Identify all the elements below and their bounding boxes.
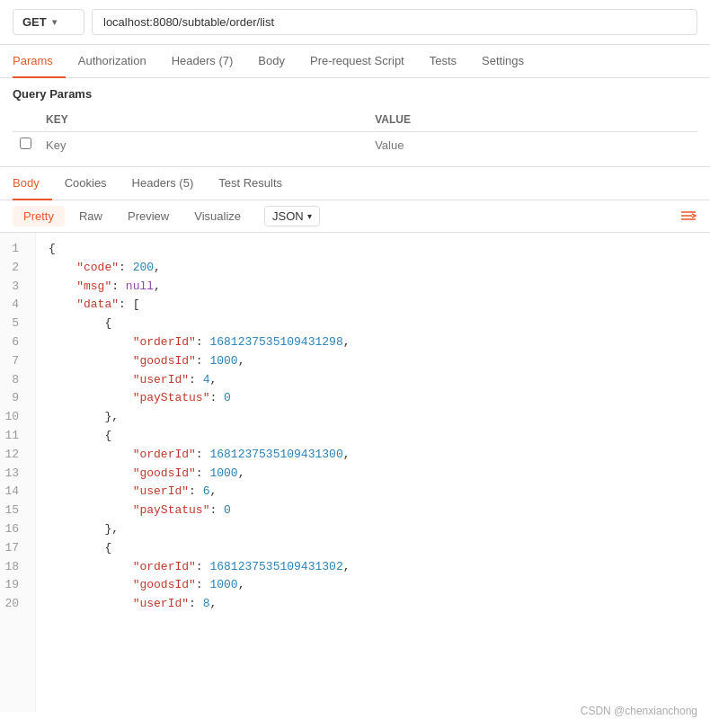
brace-token: { <box>49 242 56 255</box>
line-number: 7 <box>0 352 26 371</box>
tab-pre-request-script[interactable]: Pre-request Script <box>297 45 417 78</box>
indent-token <box>49 522 104 536</box>
plain-token: : <box>196 578 210 591</box>
line-number: 16 <box>0 520 26 539</box>
params-row <box>13 132 697 158</box>
plain-token: , <box>111 410 119 423</box>
code-line: { <box>49 427 697 446</box>
indent-token <box>49 597 133 610</box>
plain-token: : <box>119 297 133 311</box>
plain-token: , <box>343 560 351 573</box>
key-token: "userId" <box>133 373 189 386</box>
indent-token <box>49 560 133 573</box>
key-token: "userId" <box>133 484 189 498</box>
view-pretty-button[interactable]: Pretty <box>13 206 65 226</box>
code-line: { <box>49 240 697 259</box>
plain-token: , <box>209 484 217 498</box>
code-line: "goodsId": 1000, <box>49 465 697 484</box>
param-value-input[interactable] <box>375 138 690 152</box>
key-token: "orderId" <box>133 335 196 349</box>
code-line: "userId": 6, <box>49 483 697 502</box>
indent-token <box>49 391 133 404</box>
line-number: 18 <box>0 558 26 577</box>
code-lines: { "code": 200, "msg": null, "data": [ { … <box>36 233 710 712</box>
line-number: 19 <box>0 576 26 595</box>
line-number: 13 <box>0 465 26 484</box>
param-checkbox[interactable] <box>20 138 31 149</box>
code-line: "userId": 8, <box>49 595 697 614</box>
code-line: { <box>49 315 697 333</box>
key-token: "payStatus" <box>133 391 210 404</box>
param-key-input[interactable] <box>46 138 360 152</box>
json-content: 1234567891011121314151617181920 { "code"… <box>0 233 710 712</box>
key-token: "msg" <box>76 280 111 293</box>
indent-token <box>49 316 104 330</box>
view-preview-button[interactable]: Preview <box>117 206 180 226</box>
code-line: "orderId": 1681237535109431300, <box>49 446 697 465</box>
plain-token: : <box>196 448 210 461</box>
key-token: "goodsId" <box>133 466 196 480</box>
tab-authorization[interactable]: Authorization <box>66 45 159 78</box>
number-token: 1000 <box>209 466 237 480</box>
line-number: 4 <box>0 296 26 315</box>
number-token: 0 <box>224 391 231 404</box>
key-token: "orderId" <box>133 560 196 573</box>
code-line: "orderId": 1681237535109431298, <box>49 333 697 352</box>
plain-token: , <box>343 335 351 349</box>
plain-token: , <box>238 466 245 480</box>
key-token: "data" <box>76 297 119 311</box>
tab-cookies[interactable]: Cookies <box>52 167 120 200</box>
indent-token <box>49 484 133 498</box>
code-line: }, <box>49 408 697 427</box>
tab-tests[interactable]: Tests <box>417 45 469 78</box>
code-line: "orderId": 1681237535109431302, <box>49 558 697 577</box>
plain-token: : <box>196 335 210 349</box>
code-line: "msg": null, <box>49 278 697 297</box>
line-number: 6 <box>0 333 26 352</box>
value-column-header: VALUE <box>368 108 697 132</box>
tab-headers[interactable]: Headers (7) <box>159 45 246 78</box>
plain-token: : <box>189 597 203 610</box>
plain-token: : <box>196 560 210 573</box>
number-token: 1681237535109431300 <box>209 448 342 461</box>
plain-token: : <box>209 391 224 404</box>
key-token: "userId" <box>133 597 189 610</box>
indent-token <box>49 448 133 461</box>
line-number: 15 <box>0 502 26 520</box>
line-number: 11 <box>0 427 26 446</box>
brace-token: { <box>104 316 111 330</box>
line-number: 2 <box>0 259 26 278</box>
plain-token: , <box>238 578 245 591</box>
line-number: 20 <box>0 595 26 614</box>
indent-token <box>49 297 76 311</box>
tab-settings[interactable]: Settings <box>469 45 537 78</box>
method-label: GET <box>22 15 47 29</box>
line-number: 3 <box>0 278 26 297</box>
line-numbers: 1234567891011121314151617181920 <box>0 233 36 712</box>
number-token: 1000 <box>209 354 237 368</box>
format-dropdown[interactable]: JSON ▾ <box>264 206 320 226</box>
line-number: 12 <box>0 446 26 465</box>
key-token: "goodsId" <box>133 578 196 591</box>
tab-params[interactable]: Params <box>13 45 66 78</box>
tab-test-results[interactable]: Test Results <box>206 167 295 200</box>
view-raw-button[interactable]: Raw <box>68 206 113 226</box>
tab-response-headers[interactable]: Headers (5) <box>120 167 207 200</box>
number-token: 1681237535109431302 <box>209 560 342 573</box>
plain-token: : <box>119 261 133 274</box>
view-visualize-button[interactable]: Visualize <box>183 206 252 226</box>
indent-token <box>49 280 76 293</box>
line-number: 17 <box>0 539 26 558</box>
method-dropdown[interactable]: GET ▾ <box>13 9 84 35</box>
watermark: CSDN @chenxianchong <box>581 705 697 717</box>
plain-token: : <box>111 280 126 293</box>
plain-token: : <box>189 484 203 498</box>
indent-token <box>49 335 133 349</box>
wrap-icon[interactable] <box>679 208 697 226</box>
tab-response-body[interactable]: Body <box>13 167 52 200</box>
url-input[interactable] <box>92 9 697 35</box>
tab-body[interactable]: Body <box>245 45 297 78</box>
indent-token <box>49 261 76 274</box>
plain-token: , <box>111 522 119 536</box>
indent-token <box>49 578 133 591</box>
